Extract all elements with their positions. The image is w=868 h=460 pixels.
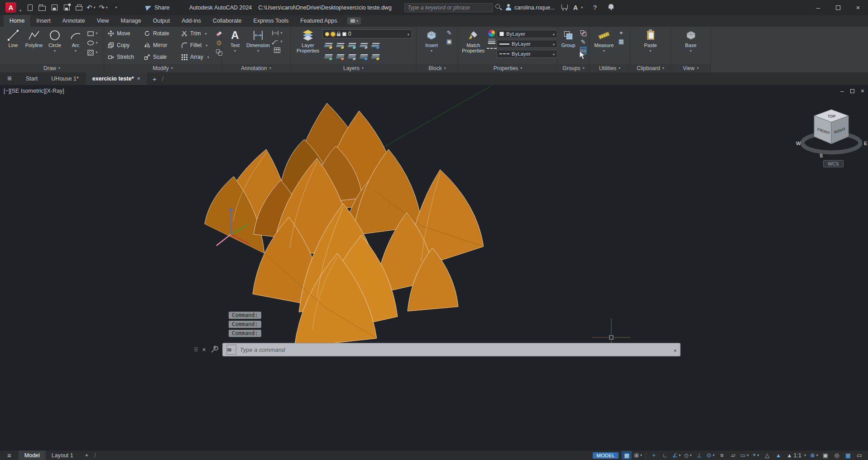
color-dropdown-icon[interactable] bbox=[551, 31, 555, 37]
block-attributes-button[interactable]: ▣ bbox=[446, 38, 452, 45]
tab-output[interactable]: Output bbox=[147, 15, 176, 27]
dynamic-input-toggle[interactable]: + bbox=[649, 451, 659, 460]
ungroup-button[interactable] bbox=[580, 30, 587, 37]
tab-annotate[interactable]: Annotate bbox=[57, 15, 91, 27]
group-button[interactable]: Group bbox=[559, 27, 578, 64]
scale-button[interactable]: Scale bbox=[144, 54, 181, 60]
measure-dropdown-icon[interactable] bbox=[603, 48, 605, 52]
panel-label-draw[interactable]: Draw bbox=[0, 64, 104, 72]
minimize-button[interactable]: – bbox=[808, 0, 828, 15]
command-input[interactable] bbox=[240, 346, 670, 353]
help-button[interactable]: ? bbox=[593, 0, 597, 15]
hatch-tool-button[interactable] bbox=[87, 49, 97, 56]
command-palette-grip[interactable]: ⠿ bbox=[194, 346, 198, 353]
panel-label-groups[interactable]: Groups bbox=[558, 64, 589, 72]
new-layout-button[interactable]: + bbox=[79, 451, 94, 460]
search-box[interactable] bbox=[404, 3, 493, 12]
model-viewport[interactable]: [−][SE Isometric][X-Ray] – × bbox=[0, 85, 868, 451]
base-dropdown-icon[interactable] bbox=[690, 48, 691, 52]
layout1-tab[interactable]: Layout 1 bbox=[46, 451, 79, 460]
tab-uhouse[interactable]: UHouse 1* bbox=[44, 72, 85, 85]
layer-select-dropdown-icon[interactable] bbox=[406, 31, 409, 37]
command-input-bar[interactable]: ▴ bbox=[222, 343, 681, 356]
measure-button[interactable]: Measure bbox=[592, 27, 616, 64]
dimension-button[interactable]: Dimension bbox=[245, 27, 271, 64]
ortho-toggle[interactable]: ∟ bbox=[660, 451, 670, 460]
rotate-button[interactable]: Rotate bbox=[144, 30, 181, 37]
insert-button[interactable]: Insert bbox=[420, 27, 443, 64]
arc-button[interactable]: Arc bbox=[65, 27, 86, 64]
command-palette-close-icon[interactable]: × bbox=[202, 346, 206, 353]
base-button[interactable]: Base bbox=[680, 27, 702, 64]
panel-label-block[interactable]: Block bbox=[417, 64, 458, 72]
recent-commands-button[interactable] bbox=[226, 345, 236, 355]
save-as-button[interactable] bbox=[62, 2, 71, 13]
layer-walk-icon[interactable] bbox=[371, 54, 380, 59]
open-file-button[interactable] bbox=[38, 2, 47, 13]
color-wheel-icon[interactable] bbox=[488, 30, 495, 37]
panel-label-utilities[interactable]: Utilities bbox=[590, 64, 630, 72]
viewport-minimize-icon[interactable]: – bbox=[840, 87, 844, 95]
tab-start[interactable]: Start bbox=[19, 72, 44, 85]
tab-close-icon[interactable]: × bbox=[137, 76, 140, 82]
stretch-button[interactable]: Stretch bbox=[108, 54, 144, 60]
array-button[interactable]: Array bbox=[181, 54, 216, 60]
panel-label-clipboard[interactable]: Clipboard bbox=[630, 64, 671, 72]
model-canvas[interactable] bbox=[0, 85, 868, 451]
app-menu-dropdown-icon[interactable] bbox=[18, 5, 21, 14]
linetype-dropdown-icon[interactable] bbox=[551, 51, 555, 57]
move-button[interactable]: Move bbox=[108, 30, 144, 37]
fillet-button[interactable]: Fillet bbox=[181, 42, 216, 48]
panel-label-layers[interactable]: Layers bbox=[291, 64, 416, 72]
create-block-button[interactable]: ✎ bbox=[447, 30, 452, 36]
polar-tracking-toggle[interactable]: ∠ bbox=[671, 451, 681, 460]
annotation-visibility-toggle[interactable]: ▲ bbox=[773, 451, 783, 460]
mirror-button[interactable]: Mirror bbox=[144, 42, 181, 48]
isodraft-toggle[interactable]: ◇ bbox=[683, 451, 693, 460]
text-dropdown-icon[interactable] bbox=[234, 48, 236, 52]
viewcube[interactable]: W S E TOP FRONT RIGHT bbox=[791, 103, 868, 165]
redo-button[interactable]: ↷ bbox=[99, 2, 108, 13]
tab-addins[interactable]: Add-ins bbox=[176, 15, 206, 27]
insert-dropdown-icon[interactable] bbox=[431, 48, 432, 52]
table-button[interactable] bbox=[273, 47, 281, 53]
dimension-dropdown-icon[interactable] bbox=[257, 48, 259, 52]
new-file-button[interactable] bbox=[25, 2, 34, 13]
group-edit-button[interactable]: ✎ bbox=[581, 39, 586, 45]
panel-label-properties[interactable]: Properties bbox=[458, 64, 557, 72]
layer-current-icon[interactable] bbox=[359, 54, 368, 59]
user-avatar[interactable] bbox=[505, 4, 512, 10]
linear-dimension-button[interactable] bbox=[272, 30, 282, 36]
share-button[interactable]: Share bbox=[146, 0, 169, 15]
circle-button[interactable]: Circle bbox=[44, 27, 65, 64]
autocad-logo-icon[interactable]: A bbox=[5, 2, 16, 13]
tab-exercicio-teste[interactable]: exercicio teste* × bbox=[86, 72, 147, 85]
layer-isolate-icon[interactable] bbox=[336, 43, 345, 48]
qat-customize-button[interactable] bbox=[111, 2, 120, 13]
layer-off-icon[interactable] bbox=[324, 43, 333, 48]
compass-east-label[interactable]: E bbox=[864, 141, 867, 146]
customize-wrench-icon[interactable] bbox=[210, 346, 218, 354]
match-properties-button[interactable]: Match Properties bbox=[460, 27, 486, 64]
compass-west-label[interactable]: W bbox=[796, 141, 801, 146]
paste-button[interactable]: Paste bbox=[639, 27, 662, 64]
model-tab[interactable]: Model bbox=[19, 451, 46, 460]
user-account-button[interactable]: carolina.roque... bbox=[514, 0, 555, 15]
selection-cycling-toggle[interactable]: ▭ bbox=[739, 451, 749, 460]
notifications-bell-icon[interactable] bbox=[609, 4, 614, 9]
model-space-button[interactable]: MODEL bbox=[593, 452, 619, 459]
wcs-badge[interactable]: WCS bbox=[823, 160, 844, 167]
polyline-button[interactable]: Polyline bbox=[24, 27, 44, 64]
annotation-monitor-toggle[interactable]: ▣ bbox=[820, 451, 830, 460]
paste-dropdown-icon[interactable] bbox=[649, 48, 651, 52]
layer-properties-button[interactable]: Layer Properties bbox=[293, 27, 322, 64]
layer-match-icon[interactable] bbox=[371, 43, 380, 48]
viewport-controls-label[interactable]: [−][SE Isometric][X-Ray] bbox=[4, 88, 64, 94]
tab-collaborate[interactable]: Collaborate bbox=[207, 15, 248, 27]
layer-freeze-icon[interactable] bbox=[347, 43, 356, 48]
trim-button[interactable]: Trim bbox=[181, 30, 216, 37]
graphics-performance-toggle[interactable]: ▦ bbox=[843, 451, 853, 460]
layer-unlock-tool-icon[interactable] bbox=[347, 54, 356, 59]
transparency-toggle[interactable]: ▱ bbox=[728, 451, 738, 460]
copy-button[interactable]: Copy bbox=[108, 42, 144, 48]
